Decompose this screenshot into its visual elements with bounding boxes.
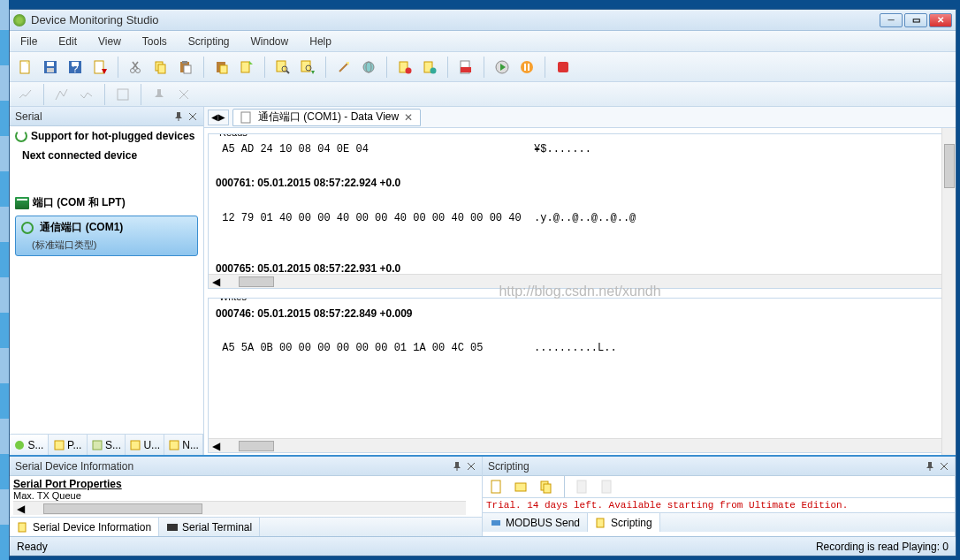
device-item-selected[interactable]: 通信端口 (COM1) (标准端口类型) bbox=[15, 216, 198, 256]
pin-btn[interactable] bbox=[149, 86, 170, 103]
pin-icon[interactable] bbox=[452, 461, 462, 472]
tab-scripting[interactable]: Scripting bbox=[588, 513, 660, 532]
side-tab-0[interactable]: S... bbox=[10, 435, 49, 455]
side-tab-2[interactable]: S... bbox=[88, 435, 126, 455]
side-tab-4[interactable]: N... bbox=[164, 435, 203, 455]
nav-arrows[interactable]: ◀▶ bbox=[208, 110, 229, 125]
doc-tab-title: 通信端口 (COM1) - Data View bbox=[258, 110, 399, 125]
menu-file[interactable]: File bbox=[17, 34, 41, 49]
export-icon[interactable] bbox=[89, 57, 110, 78]
minimize-button[interactable]: ─ bbox=[880, 13, 903, 27]
next-device-label[interactable]: Next connected device bbox=[10, 146, 203, 165]
writes-data[interactable]: 000746: 05.01.2015 08:57:22.849 +0.009 A… bbox=[209, 299, 951, 438]
toolbar-secondary bbox=[10, 82, 956, 107]
side-tab-3[interactable]: U... bbox=[126, 435, 164, 455]
save-report-icon[interactable]: ? bbox=[65, 57, 86, 78]
svg-rect-18 bbox=[184, 65, 191, 73]
graph-btn-3[interactable] bbox=[76, 86, 97, 103]
menu-scripting[interactable]: Scripting bbox=[185, 34, 233, 49]
find-next-icon[interactable] bbox=[297, 57, 318, 78]
close-panel-icon[interactable] bbox=[187, 111, 198, 122]
script-doc-icon[interactable] bbox=[572, 476, 593, 497]
play-icon[interactable] bbox=[491, 57, 513, 78]
graph-btn-1[interactable] bbox=[15, 86, 36, 103]
svg-point-53 bbox=[15, 441, 24, 450]
sidebar-tabs: S... P... S... U... N... bbox=[10, 434, 203, 455]
maximize-button[interactable]: ▭ bbox=[904, 13, 927, 27]
category-row[interactable]: 端口 (COM 和 LPT) bbox=[10, 192, 203, 214]
svg-rect-64 bbox=[167, 524, 178, 531]
menu-edit[interactable]: Edit bbox=[55, 34, 80, 49]
hscroll-writes[interactable]: ◀ bbox=[209, 438, 951, 452]
close-button[interactable]: ✕ bbox=[929, 13, 952, 27]
menu-window[interactable]: Window bbox=[248, 34, 293, 49]
port-category-icon bbox=[15, 197, 29, 209]
pause-icon[interactable] bbox=[516, 57, 537, 78]
side-tab-1[interactable]: P... bbox=[49, 435, 88, 455]
pin-icon[interactable] bbox=[925, 461, 935, 472]
log-new-icon[interactable] bbox=[236, 57, 257, 78]
doc-tab-icon bbox=[240, 111, 253, 124]
category-label: 端口 (COM 和 LPT) bbox=[33, 195, 126, 210]
desktop-edge bbox=[0, 0, 9, 560]
close-tab-icon[interactable]: ✕ bbox=[404, 111, 413, 124]
wand-icon[interactable] bbox=[333, 57, 354, 78]
menu-view[interactable]: View bbox=[95, 34, 125, 49]
graph-btn-2[interactable] bbox=[51, 86, 72, 103]
find-icon[interactable] bbox=[272, 57, 293, 78]
script-doc2-icon[interactable] bbox=[597, 476, 618, 497]
vscroll[interactable] bbox=[941, 128, 956, 455]
separator bbox=[104, 84, 105, 105]
svg-rect-55 bbox=[93, 441, 102, 450]
script-copy-icon[interactable] bbox=[536, 476, 557, 497]
clipboard-alt-icon[interactable] bbox=[211, 57, 232, 78]
separator bbox=[203, 57, 204, 78]
content-area: ◀▶ 通信端口 (COM1) - Data View ✕ Reads A5 AD… bbox=[204, 107, 956, 455]
script-new-icon[interactable] bbox=[486, 476, 507, 497]
tab-serial-devinfo[interactable]: Serial Device Information bbox=[10, 518, 159, 536]
sidebar-header: Serial bbox=[10, 107, 203, 126]
menu-tools[interactable]: Tools bbox=[139, 34, 171, 49]
bright-header: Scripting bbox=[483, 457, 955, 476]
save-icon[interactable] bbox=[40, 57, 61, 78]
hscroll-reads[interactable]: ◀ bbox=[209, 274, 951, 288]
globe-icon[interactable] bbox=[358, 57, 379, 78]
pdf-icon[interactable] bbox=[455, 57, 476, 78]
svg-rect-8 bbox=[95, 61, 103, 73]
svg-rect-63 bbox=[19, 523, 26, 532]
close-panel-icon[interactable] bbox=[939, 461, 949, 472]
close-panel-icon[interactable] bbox=[466, 461, 476, 472]
graph-btn-4[interactable] bbox=[112, 86, 133, 103]
tab-modbus[interactable]: MODBUS Send bbox=[483, 513, 588, 532]
svg-rect-38 bbox=[461, 67, 471, 72]
svg-rect-42 bbox=[524, 64, 526, 71]
svg-rect-74 bbox=[602, 481, 611, 493]
hscroll-devinfo[interactable]: ◀ bbox=[13, 501, 466, 515]
svg-rect-43 bbox=[528, 64, 530, 71]
stop-red-icon[interactable] bbox=[552, 57, 574, 78]
reads-panel: Reads A5 AD 24 10 08 04 0E 04 ¥­$.......… bbox=[208, 133, 952, 289]
script-open-icon[interactable] bbox=[511, 476, 532, 497]
reads-data[interactable]: A5 AD 24 10 08 04 0E 04 ¥­$....... 00076… bbox=[209, 134, 951, 274]
svg-rect-54 bbox=[55, 441, 64, 450]
bleft-body[interactable]: Serial Port Properties Max. TX Queue ◀ bbox=[10, 476, 482, 517]
titlebar[interactable]: Device Monitoring Studio ─ ▭ ✕ bbox=[10, 10, 956, 31]
new-icon[interactable] bbox=[15, 57, 36, 78]
support-row[interactable]: Support for hot-plugged devices bbox=[10, 126, 203, 146]
cut-icon[interactable] bbox=[126, 57, 147, 78]
svg-line-29 bbox=[339, 64, 347, 72]
doc-tab-active[interactable]: 通信端口 (COM1) - Data View ✕ bbox=[232, 109, 421, 126]
svg-rect-21 bbox=[241, 62, 249, 72]
bleft-tabs: Serial Device Information Serial Termina… bbox=[10, 517, 482, 536]
svg-rect-73 bbox=[577, 481, 586, 493]
bottom-right-panel: Scripting Trial. 14 days left. Available… bbox=[483, 457, 956, 536]
filter-red-icon[interactable] bbox=[394, 57, 415, 78]
cross-btn[interactable] bbox=[173, 86, 194, 103]
paste-icon[interactable] bbox=[175, 57, 196, 78]
pin-icon[interactable] bbox=[173, 111, 184, 122]
filter-green-icon[interactable] bbox=[419, 57, 440, 78]
tab-serial-terminal[interactable]: Serial Terminal bbox=[159, 518, 260, 536]
copy-icon[interactable] bbox=[150, 57, 171, 78]
svg-rect-58 bbox=[241, 112, 250, 123]
menu-help[interactable]: Help bbox=[306, 34, 335, 49]
